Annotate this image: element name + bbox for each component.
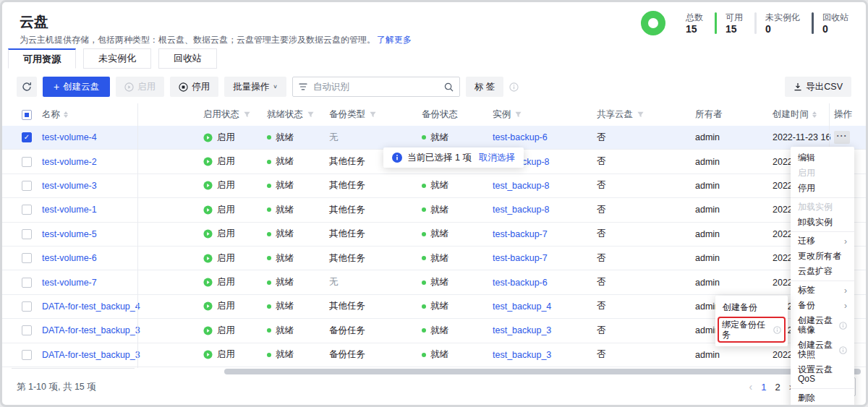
column-header-enable_status: 启用状态	[203, 103, 251, 126]
menu-divider	[791, 231, 854, 232]
instance-link[interactable]: test-backup-7	[493, 229, 548, 239]
select-all-checkbox[interactable]	[22, 110, 32, 120]
filter-icon[interactable]	[514, 111, 522, 119]
volume-name-link[interactable]: test-volume-2	[42, 157, 97, 167]
enable-status-label: 启用	[217, 179, 235, 192]
instance-link[interactable]: test-backup-6	[493, 132, 548, 142]
tab-not-instantiated[interactable]: 未实例化	[83, 48, 151, 69]
search-icon[interactable]	[444, 82, 454, 92]
filter-icon[interactable]	[369, 111, 377, 119]
menu-item-set-volume-qos[interactable]: 设置云盘QoS	[791, 362, 854, 387]
sort-icon[interactable]	[64, 111, 68, 118]
menu-item-create-volume-snapshot[interactable]: 创建云盘快照	[791, 338, 854, 362]
row-checkbox[interactable]	[22, 229, 32, 239]
pagination-page-2[interactable]: 2	[775, 382, 780, 393]
submenu-item-create-backup[interactable]: 创建备份	[715, 299, 788, 316]
instance-link[interactable]: test_backup-8	[493, 205, 550, 215]
export-csv-button[interactable]: 导出CSV	[785, 77, 851, 97]
menu-divider	[791, 388, 854, 389]
enable-status-label: 启用	[217, 204, 235, 216]
row-checkbox[interactable]	[22, 350, 32, 360]
menu-item-unload-instance[interactable]: 卸载实例	[791, 215, 854, 230]
cancel-selection-link[interactable]: 取消选择	[479, 152, 515, 164]
row-checkbox[interactable]	[22, 253, 32, 263]
menu-item-delete[interactable]: 删除	[791, 390, 854, 406]
tab-recycle-bin[interactable]: 回收站	[158, 48, 217, 69]
enabled-status-icon	[203, 278, 213, 287]
tab-available-resources[interactable]: 可用资源	[8, 48, 76, 69]
menu-item-change-owner[interactable]: 更改所有者	[791, 249, 854, 264]
row-checkbox[interactable]	[22, 157, 32, 167]
instance-link[interactable]: test-backup-7	[493, 253, 548, 263]
volume-name-link[interactable]: test-volume-7	[42, 278, 97, 288]
stat-value: 0	[822, 23, 848, 35]
instance-link[interactable]: test_backup-8	[493, 181, 550, 191]
ready-status-label: 就绪	[276, 276, 294, 288]
instance-link[interactable]: test_backup_3	[493, 350, 551, 360]
filter-icon[interactable]	[637, 111, 644, 119]
name-cell: test-volume-3	[42, 174, 97, 197]
green-dot-icon	[422, 256, 426, 260]
menu-item-label: 删除	[798, 393, 815, 403]
volume-name-link[interactable]: test-volume-1	[42, 205, 97, 215]
column-header-instance: 实例	[493, 103, 522, 126]
volume-name-link[interactable]: test-volume-6	[42, 253, 97, 263]
batch-actions-button[interactable]: 批量操作∨	[224, 77, 286, 97]
row-checkbox[interactable]	[22, 301, 32, 312]
disable-button[interactable]: 停用	[170, 77, 218, 97]
download-icon	[793, 82, 802, 91]
created-time-cell: 2022-11-23 16	[773, 126, 830, 149]
menu-item-backup[interactable]: 备份›	[791, 298, 854, 313]
pagination-page-1[interactable]: 1	[761, 382, 766, 393]
filter-icon[interactable]	[243, 111, 251, 119]
row-checkbox[interactable]	[22, 181, 32, 191]
backup-type-cell: 其他任务	[329, 223, 365, 246]
row-checkbox[interactable]	[22, 325, 32, 335]
menu-item-create-volume-image[interactable]: 创建云盘镜像	[791, 313, 854, 338]
table-bottom-border	[12, 368, 135, 369]
row-checkbox-cell	[22, 343, 32, 367]
ready-status-cell: 就绪	[267, 270, 294, 294]
ready-status-cell: 就绪	[267, 174, 294, 197]
backup-type-cell: 无	[329, 270, 339, 294]
enable-status-cell: 启用	[203, 247, 235, 270]
volume-name-link[interactable]: DATA-for-test_backup_3	[42, 325, 140, 335]
filter-icon[interactable]	[307, 111, 315, 119]
filter-lines-icon	[299, 83, 307, 90]
more-actions-button[interactable]: ···	[834, 131, 850, 144]
row-checkbox[interactable]	[22, 278, 32, 288]
menu-item-tag[interactable]: 标签›	[791, 283, 854, 298]
refresh-button[interactable]	[17, 77, 37, 97]
menu-item-migrate[interactable]: 迁移›	[791, 234, 854, 249]
owner-cell: admin	[695, 126, 720, 149]
column-label: 启用状态	[203, 108, 239, 121]
instance-link[interactable]: test-backup-6	[493, 278, 548, 288]
instance-link[interactable]: test_backup_3	[493, 325, 551, 335]
sort-icon[interactable]	[812, 111, 817, 118]
backup-status-cell: 就绪	[422, 295, 448, 318]
enable-status-label: 启用	[217, 325, 235, 337]
backup-status-cell: 就绪	[422, 126, 448, 149]
create-volume-button[interactable]: +创建云盘	[43, 77, 110, 97]
enable-status-label: 启用	[217, 228, 235, 240]
row-checkbox[interactable]: ✓	[22, 132, 32, 142]
backup-submenu: 创建备份绑定备份任务	[715, 296, 788, 346]
volume-name-link[interactable]: DATA-for-test_backup_4	[42, 301, 140, 312]
learn-more-link[interactable]: 了解更多	[377, 35, 412, 45]
menu-item-disable[interactable]: 停用	[791, 181, 854, 196]
volume-name-link[interactable]: test-volume-3	[42, 181, 97, 191]
menu-item-load-instance: 加载实例	[791, 200, 854, 215]
volume-name-link[interactable]: test-volume-4	[42, 132, 97, 142]
row-checkbox-cell	[22, 174, 32, 197]
menu-item-label: 设置云盘QoS	[798, 365, 847, 384]
instance-link[interactable]: test_backup_4	[493, 301, 551, 312]
submenu-item-bind-backup-task[interactable]: 绑定备份任务	[718, 317, 786, 343]
search-input[interactable]	[312, 81, 440, 93]
volume-name-link[interactable]: test-volume-5	[42, 229, 97, 239]
row-checkbox[interactable]	[22, 205, 32, 215]
menu-item-edit[interactable]: 编辑	[791, 150, 854, 166]
ready-status-cell: 就绪	[267, 150, 294, 173]
tag-button[interactable]: 标 签	[466, 77, 503, 97]
menu-item-expand-volume[interactable]: 云盘扩容	[791, 264, 854, 279]
volume-name-link[interactable]: DATA-for-test_backup_3	[42, 350, 140, 360]
